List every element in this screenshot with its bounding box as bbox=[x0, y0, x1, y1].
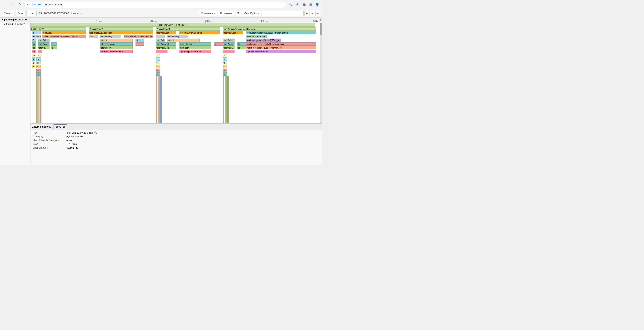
block-torch-utils-dat[interactable]: torch/utils/dat... bbox=[156, 31, 176, 34]
block-at-12[interactable]: at bbox=[36, 69, 41, 72]
block-lt-11-2[interactable]: < bbox=[156, 65, 160, 68]
profiler-step-2[interactable]: ProfilerStep#2 bbox=[89, 27, 153, 31]
block-t-10[interactable]: t bbox=[156, 61, 160, 64]
block-t-6[interactable]: t bbox=[168, 46, 176, 49]
block-stop-trace[interactable]: torch/profiler/profiler.py(159): stop_tr… bbox=[246, 35, 267, 38]
m-button[interactable]: M bbox=[235, 11, 241, 16]
forward-button[interactable]: → bbox=[9, 2, 15, 7]
profiler-step-torch[interactable]: torch/profiler/profiler.py(638): step bbox=[223, 27, 316, 31]
block-n-to[interactable]: n to bbox=[89, 35, 98, 38]
block-lt-5-2[interactable]: < bbox=[214, 42, 223, 46]
profiler-step-1[interactable]: ProfilerStep#1 bbox=[30, 27, 86, 31]
block-hip-7[interactable]: hipMemcpyWithStream bbox=[100, 50, 132, 53]
block-torch-util-1[interactable]: torch/util... bbox=[42, 31, 86, 34]
block-tor-8[interactable]: tor bbox=[32, 54, 36, 57]
block-torch-utils-4[interactable]: torch/utils/... bbox=[223, 38, 234, 42]
block-lt-5[interactable]: < bbox=[136, 42, 144, 46]
block-hi-11[interactable]: hi bbox=[32, 65, 35, 68]
slice-tab[interactable]: Slice (1) bbox=[53, 125, 67, 129]
block-at-10[interactable]: at bbox=[32, 61, 35, 64]
block-aten-to-copy[interactable]: aten::_to_copy bbox=[100, 42, 132, 46]
block-tor-1[interactable]: tor bbox=[32, 42, 36, 46]
block-to-10-3[interactable]: to bbox=[223, 61, 227, 64]
block-torch-utils-dat2[interactable]: torch/utils/dat... bbox=[223, 31, 243, 34]
block-lt-11[interactable]: < bbox=[36, 65, 41, 68]
block-exit[interactable]: torch/autograd/profiler.py(290): __exit_… bbox=[246, 38, 281, 42]
block-torch-utils-6[interactable]: torch/utils/... bbox=[223, 42, 234, 46]
block-cuda-sync[interactable]: <built-in function _cuda_synchronize> bbox=[246, 46, 316, 49]
block-torch-utils-7[interactable]: torch/utils/... bbox=[156, 46, 168, 49]
block-torch-utils-dat-5[interactable]: torch/utils/dat... bbox=[156, 42, 168, 46]
block-t-8[interactable]: t bbox=[156, 54, 160, 57]
search-title-icon[interactable]: 🔍 bbox=[94, 131, 97, 134]
block-builtin-to-1[interactable]: <built-in method to of Tensor object a..… bbox=[42, 35, 86, 38]
block-tor-7b[interactable] bbox=[38, 50, 42, 53]
block-hip-7-2[interactable]: hipMemcpyWithStream bbox=[179, 50, 211, 53]
block-enumerate-1[interactable]: enumerate(... bbox=[32, 35, 41, 38]
record-button[interactable]: Record bbox=[2, 11, 14, 16]
block-enumerate-3[interactable]: enumerate(... bbox=[168, 35, 188, 38]
block-cuda-init[interactable]: torch/cuda/__init__.py(789): synchronize bbox=[246, 42, 316, 46]
block-aten-to-2[interactable]: aten::to bbox=[168, 38, 200, 42]
thread-header[interactable]: ▼ thread 13 (python) bbox=[0, 22, 30, 26]
block-to-5[interactable]: to bbox=[51, 42, 57, 46]
reload-button[interactable]: ↻ bbox=[17, 2, 22, 7]
view-options-button[interactable]: View Options bbox=[242, 11, 261, 16]
block-aten-copy-6[interactable]: aten::copy_ bbox=[100, 46, 132, 49]
block-lt-9[interactable]: <b bbox=[32, 57, 35, 61]
star-button[interactable]: ★ bbox=[294, 2, 300, 7]
block-tor-7[interactable]: tor bbox=[32, 50, 36, 53]
block-builtin-to-2[interactable]: <built-in method to of Tensor object at … bbox=[124, 35, 153, 38]
block-test-cifar-train[interactable]: test_cifar10.py(28): train bbox=[89, 31, 153, 34]
block-at-13-3[interactable]: at bbox=[223, 72, 227, 76]
nav-expand-button[interactable]: » bbox=[315, 11, 320, 16]
nav-right-button[interactable]: → bbox=[310, 11, 315, 16]
block-at-13[interactable]: at bbox=[36, 72, 41, 76]
flame-chart[interactable]: test_cifar10.py(46): <module> ProfilerSt… bbox=[30, 23, 322, 123]
block-to-6[interactable]: to bbox=[51, 46, 57, 49]
block-a-13[interactable]: a bbox=[156, 72, 160, 76]
block-at-12-3[interactable]: at bbox=[223, 69, 227, 72]
vertical-scrollbar[interactable] bbox=[320, 23, 322, 123]
block-transit-action[interactable]: torch/profiler/profiler.py(660): _transi… bbox=[246, 31, 316, 34]
flow-events-button[interactable]: Flow events bbox=[199, 11, 217, 16]
extensions-button[interactable]: ▣ bbox=[301, 2, 307, 7]
block-to-10[interactable]: to bbox=[36, 61, 41, 64]
search-input[interactable] bbox=[262, 11, 304, 16]
zoom-button[interactable]: 🔍 bbox=[288, 2, 294, 7]
load-button[interactable]: Load bbox=[26, 11, 36, 16]
block-t-1[interactable]: t bbox=[156, 35, 164, 38]
block-torch-ut-6[interactable]: torch/ut... bbox=[38, 46, 50, 49]
block-t-7[interactable]: t bbox=[156, 50, 168, 53]
save-button[interactable]: Save bbox=[15, 11, 26, 16]
block-torch-utils-2[interactable]: torch/utils... bbox=[38, 38, 50, 42]
block-to-5-3[interactable]: to bbox=[238, 42, 246, 46]
scrollbar-thumb[interactable] bbox=[320, 23, 322, 35]
block-to-8[interactable]: to bbox=[38, 54, 42, 57]
block-t-9[interactable]: t bbox=[156, 57, 160, 61]
process-header[interactable]: ▼ python (pid 13): CPU bbox=[0, 17, 30, 22]
block-aten-to-copy-2[interactable]: aten::_to_copy bbox=[179, 42, 211, 46]
block-t-to-2[interactable]: t to bbox=[136, 38, 144, 42]
block-a-12[interactable]: a bbox=[156, 69, 160, 72]
block-lt-11-3[interactable]: < bbox=[223, 65, 227, 68]
profiler-step-3[interactable]: ProfilerStep#3 bbox=[156, 27, 220, 31]
block-to-6-3[interactable]: to bbox=[238, 46, 246, 49]
avatar-button[interactable]: 👤 bbox=[314, 2, 320, 7]
block-t-5[interactable]: t bbox=[168, 42, 176, 46]
block-to-9-3[interactable]: to bbox=[223, 57, 227, 61]
block-torch-utils-8[interactable]: torch/utils/... bbox=[223, 46, 234, 49]
address-bar[interactable]: ● Chrome chrome://tracing bbox=[24, 1, 286, 8]
block-enumerate-2[interactable]: enumerate(... bbox=[100, 35, 121, 38]
back-button[interactable]: ← bbox=[2, 2, 8, 7]
nav-left-button[interactable]: ← bbox=[304, 11, 310, 16]
block-torch-utils-3[interactable]: torch/utils/... bbox=[156, 38, 164, 42]
processes-button[interactable]: Processes bbox=[218, 11, 234, 16]
block-te[interactable]: te bbox=[32, 31, 41, 34]
block-tor-6[interactable]: tor bbox=[32, 46, 36, 49]
split-view-button[interactable]: ▤ bbox=[308, 2, 314, 7]
block-hip-dev-sync[interactable]: hipDeviceSynchronize bbox=[246, 50, 316, 53]
block-t-7-3[interactable] bbox=[223, 50, 234, 53]
block-aten-to[interactable]: aten::to bbox=[100, 38, 132, 42]
block-to-9[interactable]: to bbox=[36, 57, 41, 61]
